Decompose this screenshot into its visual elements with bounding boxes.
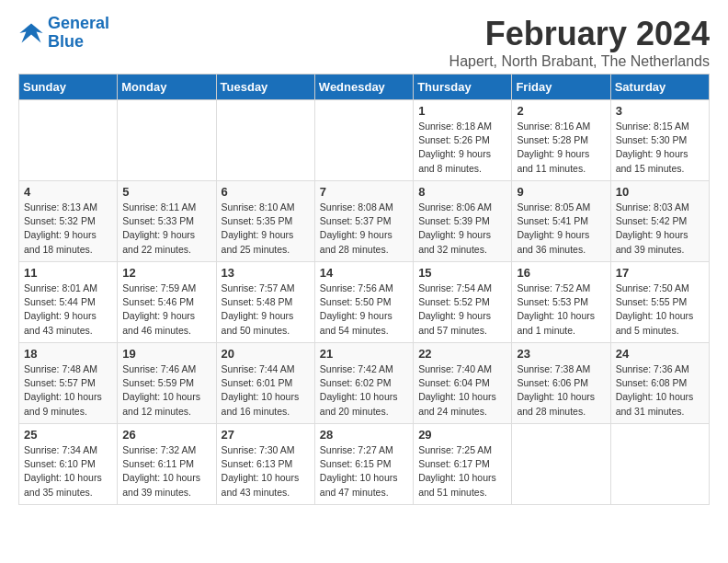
day-cell bbox=[19, 100, 118, 181]
day-number: 2 bbox=[517, 104, 605, 118]
day-cell bbox=[118, 100, 216, 181]
day-info: Sunrise: 7:30 AM Sunset: 6:13 PM Dayligh… bbox=[222, 443, 310, 500]
day-info: Sunrise: 7:40 AM Sunset: 6:04 PM Dayligh… bbox=[418, 362, 506, 419]
day-info: Sunrise: 7:34 AM Sunset: 6:10 PM Dayligh… bbox=[24, 443, 112, 500]
day-cell: 1Sunrise: 8:18 AM Sunset: 5:26 PM Daylig… bbox=[414, 100, 512, 181]
day-cell: 23Sunrise: 7:38 AM Sunset: 6:06 PM Dayli… bbox=[512, 343, 610, 424]
day-number: 20 bbox=[222, 347, 310, 361]
day-info: Sunrise: 7:42 AM Sunset: 6:02 PM Dayligh… bbox=[320, 362, 408, 419]
day-number: 16 bbox=[517, 266, 605, 280]
day-cell: 25Sunrise: 7:34 AM Sunset: 6:10 PM Dayli… bbox=[19, 424, 118, 505]
day-number: 29 bbox=[418, 428, 506, 442]
week-row-2: 11Sunrise: 8:01 AM Sunset: 5:44 PM Dayli… bbox=[19, 262, 710, 343]
day-number: 17 bbox=[616, 266, 704, 280]
month-title: February 2024 bbox=[449, 15, 710, 53]
day-number: 14 bbox=[320, 266, 408, 280]
header-day-saturday: Saturday bbox=[610, 75, 709, 100]
day-number: 6 bbox=[222, 185, 310, 199]
day-cell: 15Sunrise: 7:54 AM Sunset: 5:52 PM Dayli… bbox=[414, 262, 512, 343]
day-number: 21 bbox=[320, 347, 408, 361]
logo-text: General Blue bbox=[48, 15, 109, 52]
day-number: 23 bbox=[517, 347, 605, 361]
day-number: 11 bbox=[24, 266, 112, 280]
header-day-tuesday: Tuesday bbox=[216, 75, 314, 100]
header-day-thursday: Thursday bbox=[414, 75, 512, 100]
day-number: 5 bbox=[122, 185, 210, 199]
day-number: 26 bbox=[122, 428, 210, 442]
day-cell: 7Sunrise: 8:08 AM Sunset: 5:37 PM Daylig… bbox=[314, 181, 413, 262]
day-info: Sunrise: 8:16 AM Sunset: 5:28 PM Dayligh… bbox=[517, 120, 605, 176]
day-cell: 8Sunrise: 8:06 AM Sunset: 5:39 PM Daylig… bbox=[414, 181, 512, 262]
day-cell: 13Sunrise: 7:57 AM Sunset: 5:48 PM Dayli… bbox=[216, 262, 314, 343]
location-title: Hapert, North Brabant, The Netherlands bbox=[449, 53, 710, 70]
day-info: Sunrise: 8:06 AM Sunset: 5:39 PM Dayligh… bbox=[418, 201, 506, 257]
day-info: Sunrise: 8:18 AM Sunset: 5:26 PM Dayligh… bbox=[418, 120, 506, 176]
day-number: 12 bbox=[122, 266, 210, 280]
day-info: Sunrise: 7:32 AM Sunset: 6:11 PM Dayligh… bbox=[122, 443, 210, 500]
day-cell: 3Sunrise: 8:15 AM Sunset: 5:30 PM Daylig… bbox=[610, 100, 709, 181]
week-row-0: 1Sunrise: 8:18 AM Sunset: 5:26 PM Daylig… bbox=[19, 100, 710, 181]
week-row-1: 4Sunrise: 8:13 AM Sunset: 5:32 PM Daylig… bbox=[19, 181, 710, 262]
day-info: Sunrise: 8:05 AM Sunset: 5:41 PM Dayligh… bbox=[517, 201, 605, 257]
day-number: 3 bbox=[616, 104, 704, 118]
day-cell: 28Sunrise: 7:27 AM Sunset: 6:15 PM Dayli… bbox=[314, 424, 413, 505]
week-row-3: 18Sunrise: 7:48 AM Sunset: 5:57 PM Dayli… bbox=[19, 343, 710, 424]
day-number: 28 bbox=[320, 428, 408, 442]
day-cell bbox=[512, 424, 610, 505]
week-row-4: 25Sunrise: 7:34 AM Sunset: 6:10 PM Dayli… bbox=[19, 424, 710, 505]
day-cell: 12Sunrise: 7:59 AM Sunset: 5:46 PM Dayli… bbox=[118, 262, 216, 343]
day-cell: 11Sunrise: 8:01 AM Sunset: 5:44 PM Dayli… bbox=[19, 262, 118, 343]
day-number: 9 bbox=[517, 185, 605, 199]
header: General Blue February 2024 Hapert, North… bbox=[18, 15, 710, 70]
logo: General Blue bbox=[18, 15, 109, 52]
day-cell: 2Sunrise: 8:16 AM Sunset: 5:28 PM Daylig… bbox=[512, 100, 610, 181]
day-info: Sunrise: 7:25 AM Sunset: 6:17 PM Dayligh… bbox=[418, 443, 506, 500]
day-info: Sunrise: 7:48 AM Sunset: 5:57 PM Dayligh… bbox=[24, 362, 112, 419]
day-cell: 19Sunrise: 7:46 AM Sunset: 5:59 PM Dayli… bbox=[118, 343, 216, 424]
calendar-table: SundayMondayTuesdayWednesdayThursdayFrid… bbox=[18, 74, 710, 505]
day-number: 4 bbox=[24, 185, 112, 199]
day-info: Sunrise: 7:50 AM Sunset: 5:55 PM Dayligh… bbox=[616, 282, 704, 338]
header-row: SundayMondayTuesdayWednesdayThursdayFrid… bbox=[19, 75, 710, 100]
day-cell: 9Sunrise: 8:05 AM Sunset: 5:41 PM Daylig… bbox=[512, 181, 610, 262]
day-cell: 17Sunrise: 7:50 AM Sunset: 5:55 PM Dayli… bbox=[610, 262, 709, 343]
day-number: 8 bbox=[418, 185, 506, 199]
day-cell: 5Sunrise: 8:11 AM Sunset: 5:33 PM Daylig… bbox=[118, 181, 216, 262]
day-info: Sunrise: 8:03 AM Sunset: 5:42 PM Dayligh… bbox=[616, 201, 704, 257]
day-number: 13 bbox=[222, 266, 310, 280]
logo-line2: Blue bbox=[48, 32, 84, 51]
day-cell: 24Sunrise: 7:36 AM Sunset: 6:08 PM Dayli… bbox=[610, 343, 709, 424]
day-info: Sunrise: 8:08 AM Sunset: 5:37 PM Dayligh… bbox=[320, 201, 408, 257]
day-info: Sunrise: 7:57 AM Sunset: 5:48 PM Dayligh… bbox=[222, 282, 310, 338]
day-cell: 26Sunrise: 7:32 AM Sunset: 6:11 PM Dayli… bbox=[118, 424, 216, 505]
header-day-wednesday: Wednesday bbox=[314, 75, 413, 100]
day-cell: 21Sunrise: 7:42 AM Sunset: 6:02 PM Dayli… bbox=[314, 343, 413, 424]
day-cell: 14Sunrise: 7:56 AM Sunset: 5:50 PM Dayli… bbox=[314, 262, 413, 343]
logo-line1: General bbox=[48, 14, 109, 32]
day-number: 7 bbox=[320, 185, 408, 199]
day-info: Sunrise: 8:13 AM Sunset: 5:32 PM Dayligh… bbox=[24, 201, 112, 257]
day-info: Sunrise: 8:11 AM Sunset: 5:33 PM Dayligh… bbox=[122, 201, 210, 257]
day-number: 22 bbox=[418, 347, 506, 361]
day-info: Sunrise: 7:56 AM Sunset: 5:50 PM Dayligh… bbox=[320, 282, 408, 338]
day-cell: 10Sunrise: 8:03 AM Sunset: 5:42 PM Dayli… bbox=[610, 181, 709, 262]
day-cell: 16Sunrise: 7:52 AM Sunset: 5:53 PM Dayli… bbox=[512, 262, 610, 343]
day-cell: 22Sunrise: 7:40 AM Sunset: 6:04 PM Dayli… bbox=[414, 343, 512, 424]
day-info: Sunrise: 7:36 AM Sunset: 6:08 PM Dayligh… bbox=[616, 362, 704, 419]
day-number: 27 bbox=[222, 428, 310, 442]
day-number: 1 bbox=[418, 104, 506, 118]
day-cell: 27Sunrise: 7:30 AM Sunset: 6:13 PM Dayli… bbox=[216, 424, 314, 505]
title-area: February 2024 Hapert, North Brabant, The… bbox=[449, 15, 710, 70]
day-number: 24 bbox=[616, 347, 704, 361]
day-number: 18 bbox=[24, 347, 112, 361]
day-cell bbox=[216, 100, 314, 181]
day-cell bbox=[314, 100, 413, 181]
day-number: 25 bbox=[24, 428, 112, 442]
day-number: 10 bbox=[616, 185, 704, 199]
day-info: Sunrise: 7:44 AM Sunset: 6:01 PM Dayligh… bbox=[222, 362, 310, 419]
header-day-monday: Monday bbox=[118, 75, 216, 100]
day-info: Sunrise: 7:46 AM Sunset: 5:59 PM Dayligh… bbox=[122, 362, 210, 419]
day-info: Sunrise: 8:15 AM Sunset: 5:30 PM Dayligh… bbox=[616, 120, 704, 176]
logo-icon bbox=[18, 20, 44, 46]
day-info: Sunrise: 7:54 AM Sunset: 5:52 PM Dayligh… bbox=[418, 282, 506, 338]
